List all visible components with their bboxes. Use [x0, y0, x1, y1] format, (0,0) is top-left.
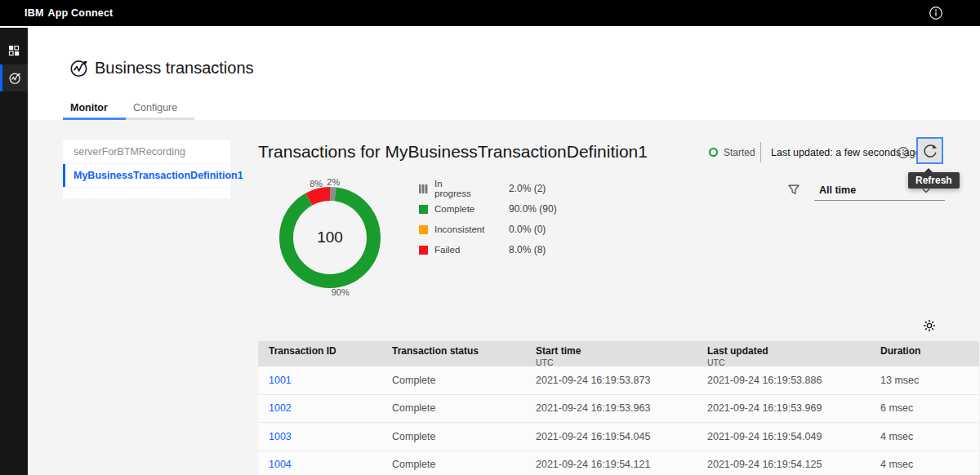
last-updated-cell: 2021-09-24 16:19:53.969 [697, 402, 870, 414]
header-info-button[interactable] [928, 5, 944, 21]
svg-text:90%: 90% [332, 287, 350, 297]
page-title: Business transactions [95, 57, 254, 78]
start-time-cell: 2021-09-24 16:19:54.045 [525, 431, 697, 442]
chart-legend: In progress 2.0% (2) Complete 90.0% (90)… [419, 183, 557, 255]
list-item-empty [63, 188, 230, 198]
divider [760, 142, 761, 162]
last-updated-cell: 2021-09-24 16:19:53.886 [697, 375, 870, 386]
legend-swatch-inconsistent [419, 225, 428, 234]
table-row: 1003 Complete 2021-09-24 16:19:54.045 20… [258, 423, 979, 451]
duration-cell: 4 msec [870, 459, 979, 470]
sidebar-item-dashboard[interactable] [0, 38, 28, 64]
column-header-transaction-status: Transaction status [381, 341, 525, 366]
legend-label: Failed [434, 245, 478, 255]
start-time-cell: 2021-09-24 16:19:53.873 [525, 375, 697, 386]
brand-title: IBMApp Connect [24, 7, 114, 19]
refresh-icon [923, 144, 938, 158]
transaction-status-cell: Complete [381, 375, 525, 386]
last-updated-info-button[interactable] [897, 146, 910, 159]
transactions-table: Transaction ID Transaction status Start … [258, 341, 979, 475]
filter-button[interactable] [785, 180, 803, 198]
legend-value: 90.0% (90) [509, 203, 557, 215]
transaction-id-link[interactable]: 1004 [269, 459, 292, 470]
column-header-last-updated: Last updated UTC [697, 341, 870, 366]
transaction-id-link[interactable]: 1001 [269, 375, 292, 386]
left-nav-sidebar [0, 28, 28, 475]
brand-prefix: IBM [24, 7, 44, 19]
legend-value: 8.0% (8) [509, 244, 546, 255]
legend-swatch-failed [419, 246, 428, 255]
duration-cell: 6 msec [870, 402, 979, 414]
table-row: 1004 Complete 2021-09-24 16:19:54.121 20… [258, 451, 979, 475]
transaction-id-link[interactable]: 1002 [269, 402, 292, 414]
status-indicator: Started [704, 142, 755, 162]
transaction-status-cell: Complete [381, 402, 525, 414]
panel-title: Transactions for MyBusinessTransactionDe… [258, 142, 648, 162]
list-item-server[interactable]: serverForBTMRecording [63, 140, 230, 163]
transaction-status-cell: Complete [381, 431, 525, 442]
definition-list: serverForBTMRecording MyBusinessTransact… [63, 140, 230, 199]
business-transactions-icon [69, 57, 90, 78]
legend-value: 0.0% (0) [509, 224, 546, 235]
duration-cell: 13 msec [870, 375, 979, 386]
tab-bar: Monitor Configure [63, 97, 194, 120]
refresh-tooltip: Refresh [908, 172, 960, 189]
legend-label: Inconsistent [434, 224, 478, 234]
table-row: 1002 Complete 2021-09-24 16:19:53.963 20… [258, 395, 979, 424]
table-row: 1001 Complete 2021-09-24 16:19:53.873 20… [258, 366, 979, 395]
filter-icon [787, 183, 800, 196]
svg-text:8%: 8% [310, 179, 323, 189]
business-transactions-icon [8, 71, 22, 85]
svg-text:2%: 2% [327, 177, 340, 187]
legend-swatch-complete [419, 205, 428, 214]
legend-value: 2.0% (2) [509, 183, 546, 194]
transaction-id-link[interactable]: 1003 [269, 431, 292, 442]
brand-product-name: App Connect [48, 7, 114, 19]
dashboard-grid-icon [8, 45, 20, 56]
table-header-row: Transaction ID Transaction status Start … [258, 341, 979, 366]
chevron-down-icon [922, 188, 930, 193]
gear-icon [923, 319, 936, 332]
last-updated-cell: 2021-09-24 16:19:54.049 [697, 431, 870, 442]
status-donut-chart: 2%90%8% [255, 162, 405, 313]
refresh-button[interactable] [916, 137, 943, 164]
list-item-definition-selected[interactable]: MyBusinessTransactionDefinition1 [63, 164, 230, 187]
column-header-duration: Duration [870, 341, 979, 366]
legend-item-complete: Complete 90.0% (90) [419, 203, 557, 215]
column-header-transaction-id: Transaction ID [258, 341, 381, 366]
column-header-start-time: Start time UTC [525, 341, 697, 366]
legend-item-in-progress: In progress 2.0% (2) [419, 183, 557, 194]
table-settings-button[interactable] [920, 316, 939, 335]
duration-cell: 4 msec [870, 431, 979, 442]
time-range-value: All time [819, 184, 856, 196]
transaction-status-cell: Complete [381, 459, 525, 470]
legend-swatch-in-progress [419, 184, 428, 193]
last-updated-cell: 2021-09-24 16:19:54.125 [697, 459, 870, 470]
legend-label: Complete [434, 204, 478, 214]
tab-monitor[interactable]: Monitor [63, 97, 126, 120]
tab-configure[interactable]: Configure [126, 97, 194, 120]
start-time-cell: 2021-09-24 16:19:54.121 [525, 459, 697, 470]
info-icon [929, 6, 943, 20]
sidebar-item-business-transactions[interactable] [0, 64, 28, 91]
start-time-cell: 2021-09-24 16:19:53.963 [525, 402, 697, 414]
started-status-icon [709, 148, 718, 157]
top-header-bar: IBMApp Connect [0, 0, 980, 26]
legend-label: In progress [434, 179, 478, 198]
legend-item-inconsistent: Inconsistent 0.0% (0) [419, 224, 557, 235]
app-window: IBMApp Connect Business transactions Mon… [0, 0, 980, 475]
legend-item-failed: Failed 8.0% (8) [419, 244, 557, 255]
status-label: Started [724, 147, 755, 158]
info-icon [897, 146, 910, 159]
